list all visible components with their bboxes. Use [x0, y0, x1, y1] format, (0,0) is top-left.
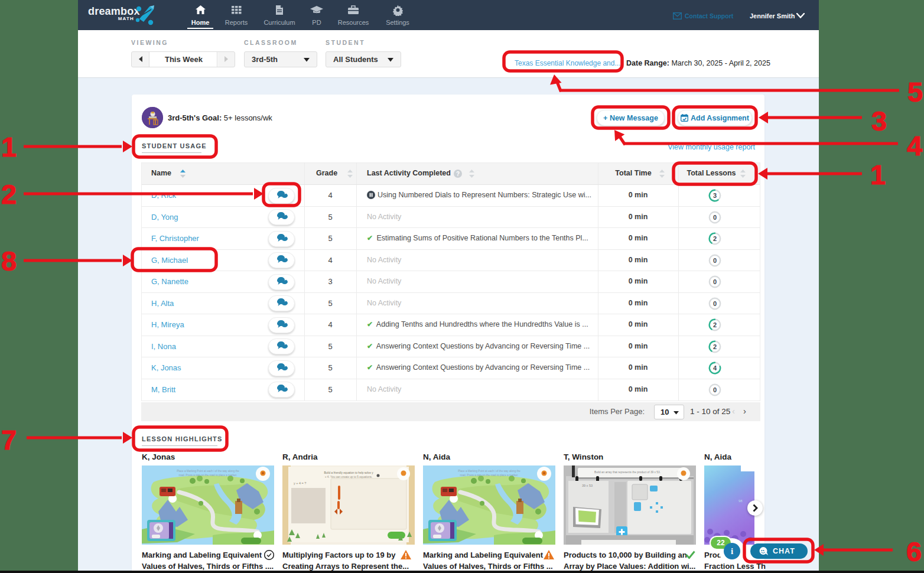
svg-text:98: 98	[738, 499, 743, 503]
svg-text:Build an array that represents: Build an array that represents the produ…	[594, 471, 661, 474]
svg-text:road. Press a part on the road: road. Press a part on the road to place …	[179, 474, 237, 477]
svg-text:4: 4	[713, 364, 717, 372]
svg-text:6: 6	[906, 536, 922, 567]
svg-text:3: 3	[713, 192, 717, 199]
svg-text:2: 2	[713, 235, 717, 242]
svg-text:0: 0	[713, 386, 717, 393]
svg-text:1: 1	[870, 159, 886, 190]
svg-text:2: 2	[1, 178, 17, 210]
svg-text:0: 0	[713, 214, 717, 221]
svg-text:0: 0	[713, 257, 717, 264]
svg-text:Build a friendly equation to h: Build a friendly equation to help solve …	[324, 471, 373, 474]
svg-text:2: 2	[713, 343, 717, 350]
svg-text:3: 3	[871, 105, 887, 136]
svg-text:2: 2	[713, 321, 717, 328]
svg-text:0: 0	[713, 300, 717, 307]
svg-text:7: 7	[1, 424, 17, 455]
svg-text:road. Press a part on the road: road. Press a part on the road to place …	[460, 474, 519, 477]
svg-text:5: 5	[907, 76, 923, 108]
svg-text:4: 4	[907, 130, 922, 161]
svg-text:+ 4. You can create up to 5 eq: + 4. You can create up to 5 equations.	[325, 476, 373, 478]
svg-text:0: 0	[713, 278, 717, 285]
svg-text:y + 4 = ?: y + 4 = ?	[294, 481, 306, 485]
svg-text:Place a Marking Point at each: Place a Marking Point at each i of the w…	[458, 470, 520, 473]
svg-text:8: 8	[1, 245, 17, 276]
svg-text:39 x 53: 39 x 53	[582, 484, 593, 487]
svg-text:?: ?	[456, 171, 460, 177]
svg-text:Place a Marking Point at each: Place a Marking Point at each i of the w…	[177, 470, 239, 473]
svg-text:1: 1	[1, 131, 17, 162]
